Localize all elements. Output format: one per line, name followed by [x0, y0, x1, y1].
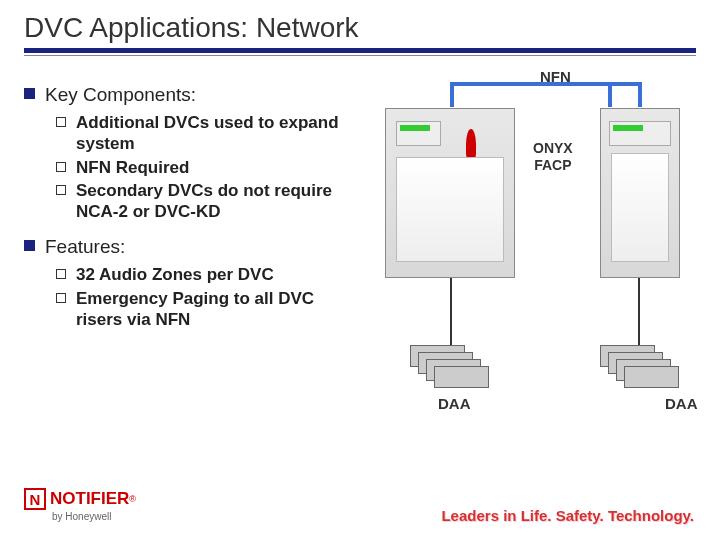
sub-list: Additional DVCs used to expand system NF… — [56, 112, 364, 222]
item-text: Emergency Paging to all DVC risers via N… — [76, 288, 364, 331]
onyx-line1: ONYX — [533, 140, 573, 156]
section-heading: Features: — [45, 236, 125, 258]
control-grid — [611, 153, 669, 262]
daa-box — [624, 366, 679, 388]
nfn-v-line-right — [638, 82, 642, 107]
list-item: Additional DVCs used to expand system — [56, 112, 364, 155]
onyx-facp-label: ONYX FACP — [533, 140, 573, 174]
control-grid — [396, 157, 504, 262]
section-features: Features: 32 Audio Zones per DVC Emergen… — [24, 236, 364, 330]
filled-square-bullet — [24, 88, 35, 99]
dvc-panel-left — [385, 108, 515, 278]
daa-label-right: DAA — [665, 395, 698, 412]
hollow-square-bullet — [56, 185, 66, 195]
sub-list: 32 Audio Zones per DVC Emergency Paging … — [56, 264, 364, 330]
led-green-icon — [400, 125, 430, 131]
riser-line-right — [638, 278, 640, 348]
led-display — [396, 121, 441, 146]
filled-square-bullet — [24, 240, 35, 251]
list-item: Secondary DVCs do not require NCA-2 or D… — [56, 180, 364, 223]
item-text: Additional DVCs used to expand system — [76, 112, 364, 155]
led-green-icon — [613, 125, 643, 131]
daa-box — [434, 366, 489, 388]
dvc-panel-right — [600, 108, 680, 278]
slide-title: DVC Applications: Network — [0, 0, 720, 48]
section-key-components: Key Components: Additional DVCs used to … — [24, 84, 364, 222]
byline: by Honeywell — [52, 511, 136, 522]
footer-logo: N NOTIFIER ® by Honeywell — [24, 488, 136, 522]
hollow-square-bullet — [56, 269, 66, 279]
nfn-v-line-left — [450, 82, 454, 107]
registered-mark: ® — [129, 494, 136, 504]
item-text: Secondary DVCs do not require NCA-2 or D… — [76, 180, 364, 223]
nfn-v-line-mid — [608, 82, 612, 107]
daa-label-left: DAA — [438, 395, 471, 412]
notifier-name: NOTIFIER — [50, 489, 129, 509]
network-diagram: NFN ONYX FACP DAA DAA — [380, 80, 710, 450]
section-heading: Key Components: — [45, 84, 196, 106]
list-item: Emergency Paging to all DVC risers via N… — [56, 288, 364, 331]
microphone-icon — [466, 129, 476, 159]
n-mark-icon: N — [24, 488, 46, 510]
onyx-line2: FACP — [534, 157, 571, 173]
list-item: 32 Audio Zones per DVC — [56, 264, 364, 285]
footer-tagline: Leaders in Life. Safety. Technology. — [441, 507, 694, 524]
item-text: 32 Audio Zones per DVC — [76, 264, 274, 285]
hollow-square-bullet — [56, 162, 66, 172]
list-item: NFN Required — [56, 157, 364, 178]
panel-screen — [609, 121, 671, 146]
item-text: NFN Required — [76, 157, 189, 178]
notifier-logo: N NOTIFIER ® — [24, 488, 136, 510]
content-column: Key Components: Additional DVCs used to … — [24, 70, 364, 332]
riser-line-left — [450, 278, 452, 348]
hollow-square-bullet — [56, 117, 66, 127]
title-underline — [24, 48, 696, 53]
hollow-square-bullet — [56, 293, 66, 303]
